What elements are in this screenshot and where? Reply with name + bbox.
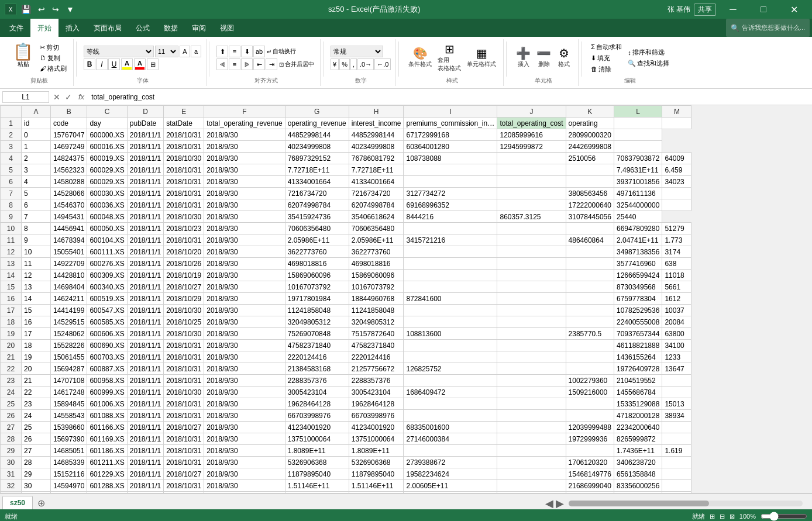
table-cell[interactable]: 2018/10/30 [164,387,204,398]
table-cell[interactable]: 14528066 [51,188,87,199]
table-cell[interactable]: 108738088 [404,153,497,164]
font-size-increase-button[interactable]: A [180,46,190,57]
table-cell[interactable]: 600016.XS [87,141,127,153]
table-cell[interactable]: 2018/10/31 [164,363,204,375]
table-cell[interactable] [404,445,497,457]
col-header-A[interactable]: A [22,106,51,118]
table-cell[interactable] [497,398,566,410]
table-cell[interactable]: 4971611136 [614,188,662,199]
sheet-tab-sz50[interactable]: sz50 [2,496,33,510]
table-cell[interactable]: 2018/9/30 [204,387,285,398]
copy-button[interactable]: 🗋 复制 [38,53,68,63]
table-cell[interactable]: 2018/9/30 [204,398,285,410]
table-cell[interactable]: 7216734720 [349,188,404,199]
tab-page-layout[interactable]: 页面布局 [87,19,129,37]
table-cell[interactable]: 14414199 [51,305,87,316]
table-cell[interactable]: 41234001920 [285,422,349,433]
table-cell[interactable]: 13751000064 [285,433,349,445]
table-cell[interactable]: 2018/9/30 [204,246,285,258]
table-cell[interactable] [497,270,566,281]
col-header-E[interactable]: E [164,106,204,118]
table-cell[interactable]: 2018/11/1 [127,433,163,445]
table-cell[interactable] [404,164,497,176]
table-cell[interactable] [404,316,497,328]
table-cell[interactable] [566,293,614,305]
table-cell[interactable]: 100690064 [566,492,614,494]
table-cell[interactable]: 64009 [662,153,691,164]
table-cell[interactable]: 2018/9/30 [204,433,285,445]
table-cell[interactable]: 2018/9/30 [204,234,285,246]
table-cell[interactable]: 2018/10/30 [164,153,204,164]
table-cell[interactable]: 6759778304 [614,293,662,305]
table-cell[interactable]: 5326906368 [349,457,404,468]
cell-reference-box[interactable] [2,91,49,103]
table-cell[interactable]: 66703998976 [349,410,404,422]
table-cell[interactable]: 47582371840 [349,340,404,351]
table-cell[interactable]: 2018/11/1 [127,153,163,164]
table-cell[interactable]: 44852998144 [285,129,349,141]
table-cell[interactable]: 19628464128 [285,398,349,410]
header-cell-empty-12[interactable] [662,118,691,129]
tab-view[interactable]: 视图 [213,19,241,37]
table-cell[interactable]: 1706120320 [566,457,614,468]
table-cell[interactable]: 2018/11/1 [127,223,163,234]
table-cell[interactable]: 19726409728 [614,363,662,375]
table-cell[interactable] [566,363,614,375]
table-cell[interactable]: 2018/11/1 [127,258,163,270]
table-cell[interactable]: 14594970 [51,480,87,492]
table-cell[interactable]: 7.72718E+11 [285,164,349,176]
table-cell[interactable]: 60364001280 [404,141,497,153]
table-cell[interactable]: 2018/10/31 [164,129,204,141]
table-cell[interactable]: 2018/9/30 [204,129,285,141]
table-cell[interactable]: 3622773760 [349,246,404,258]
table-cell[interactable]: 66703998976 [285,410,349,422]
table-cell[interactable] [566,176,614,188]
table-cell[interactable]: 15152116 [51,468,87,480]
table-cell[interactable]: 860357.3125 [497,211,566,223]
table-cell[interactable]: 3577416960 [614,258,662,270]
table-cell[interactable]: 2018/9/30 [204,480,285,492]
header-cell-day[interactable]: day [87,118,127,129]
table-cell[interactable]: 1.51146E+11 [349,480,404,492]
table-cell[interactable] [497,281,566,293]
table-cell[interactable]: 2018/11/1 [127,316,163,328]
table-cell[interactable]: 2018/11/1 [127,211,163,223]
header-cell-total_operating_cost[interactable]: total_operating_cost [497,118,566,129]
table-cell[interactable]: 32544000000 [614,199,662,211]
table-cell[interactable]: 2018/9/30 [204,176,285,188]
table-cell[interactable]: 2018/11/1 [127,340,163,351]
table-cell[interactable]: 14678394 [51,234,87,246]
table-cell[interactable]: 600029.XS [87,164,127,176]
sheet-area[interactable]: ABCDEFGHIJKLM1idcodedaypubDatestatDateto… [0,105,812,493]
table-cell[interactable]: 5 [22,188,51,199]
table-cell[interactable]: 3808563456 [566,188,614,199]
table-cell[interactable]: 11451319 [51,492,87,494]
table-cell[interactable]: 11 [22,258,51,270]
table-cell[interactable] [497,480,566,492]
bold-button[interactable]: B [84,58,95,70]
table-cell[interactable] [566,258,614,270]
table-cell[interactable]: 2018/10/26 [164,258,204,270]
table-style-button[interactable]: ⊞ 套用表格格式 [435,42,463,74]
table-cell[interactable]: 14580288 [51,176,87,188]
table-cell[interactable]: 2018/10/23 [164,223,204,234]
table-cell[interactable]: 31078445056 [566,211,614,223]
header-cell-statDate[interactable]: statDate [164,118,204,129]
table-cell[interactable]: 8265999872 [614,433,662,445]
table-cell[interactable]: 2018/11/1 [127,164,163,176]
col-header-D[interactable]: D [127,106,163,118]
table-cell[interactable]: 21384583168 [285,363,349,375]
table-cell[interactable] [404,398,497,410]
table-cell[interactable] [497,223,566,234]
table-cell[interactable]: 108813600 [404,328,497,340]
cell-style-button[interactable]: ▦ 单元格样式 [465,46,498,70]
table-cell[interactable] [497,176,566,188]
table-cell[interactable]: 2018/9/30 [204,164,285,176]
table-cell[interactable]: 6561358848 [614,468,662,480]
tab-review[interactable]: 审阅 [185,19,213,37]
table-cell[interactable] [497,363,566,375]
table-cell[interactable]: 2385770.5 [566,328,614,340]
table-cell[interactable]: 2018/10/27 [164,281,204,293]
table-cell[interactable]: 2018/9/30 [204,468,285,480]
table-cell[interactable]: 18 [22,340,51,351]
